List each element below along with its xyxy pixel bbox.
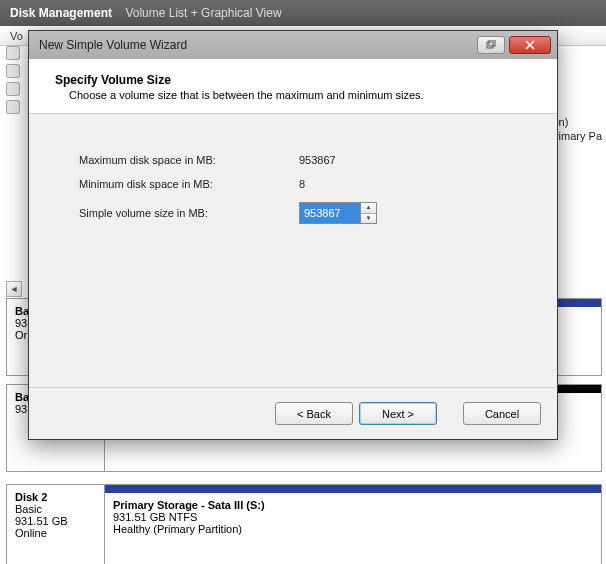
max-space-value: 953867	[299, 148, 527, 172]
close-icon	[525, 40, 535, 50]
dialog-title: New Simple Volume Wizard	[39, 38, 473, 52]
svg-rect-1	[489, 40, 495, 46]
volume-icon	[6, 100, 20, 114]
close-button[interactable]	[509, 36, 551, 54]
disk-status: Online	[15, 527, 96, 539]
disk-size: 931.51 GB	[15, 515, 96, 527]
wizard-body: Maximum disk space in MB: 953867 Minimum…	[29, 114, 557, 230]
volume-health: Healthy (Primary Partition)	[113, 523, 593, 535]
disk-type: Basic	[15, 503, 96, 515]
wizard-heading: Specify Volume Size	[55, 73, 537, 87]
max-space-label: Maximum disk space in MB:	[79, 148, 299, 172]
volume-title: Primary Storage - Sata III (S:)	[113, 499, 593, 511]
wizard-header: Specify Volume Size Choose a volume size…	[29, 59, 557, 114]
column-header-fragment: Vo	[10, 30, 23, 42]
volume-icon	[6, 64, 20, 78]
restore-icon	[486, 40, 496, 50]
view-mode-label: Volume List + Graphical View	[125, 6, 281, 20]
volume-icon	[6, 46, 20, 60]
dialog-titlebar[interactable]: New Simple Volume Wizard	[29, 31, 557, 59]
next-button[interactable]: Next >	[359, 402, 437, 425]
disk-title: Disk 2	[15, 491, 96, 503]
volume-cell[interactable]: Primary Storage - Sata III (S:) 931.51 G…	[105, 485, 601, 564]
app-title: Disk Management	[10, 6, 112, 20]
volume-size-spinner[interactable]: ▲ ▼	[299, 202, 377, 224]
scroll-left-icon[interactable]: ◄	[6, 281, 22, 297]
disk-row: Disk 2 Basic 931.51 GB Online Primary St…	[6, 484, 602, 564]
min-space-label: Minimum disk space in MB:	[79, 172, 299, 196]
app-titlebar: Disk Management Volume List + Graphical …	[0, 0, 606, 26]
cancel-button[interactable]: Cancel	[463, 402, 541, 425]
disk-info-cell: Disk 2 Basic 931.51 GB Online	[7, 485, 105, 564]
new-simple-volume-wizard: New Simple Volume Wizard Specify Volume …	[28, 30, 558, 440]
volume-size-input[interactable]	[300, 203, 360, 223]
restore-button[interactable]	[477, 36, 505, 54]
volume-fs: 931.51 GB NTFS	[113, 511, 593, 523]
wizard-subheading: Choose a volume size that is between the…	[69, 89, 537, 101]
svg-rect-0	[487, 42, 493, 48]
volume-icon	[6, 82, 20, 96]
spin-up-icon[interactable]: ▲	[361, 203, 376, 214]
min-space-value: 8	[299, 172, 527, 196]
spin-down-icon[interactable]: ▼	[361, 214, 376, 224]
wizard-footer: < Back Next > Cancel	[29, 387, 557, 439]
volume-icon-column	[6, 46, 20, 118]
volume-status-bar	[105, 485, 601, 493]
back-button[interactable]: < Back	[275, 402, 353, 425]
volume-size-label: Simple volume size in MB:	[79, 196, 299, 230]
